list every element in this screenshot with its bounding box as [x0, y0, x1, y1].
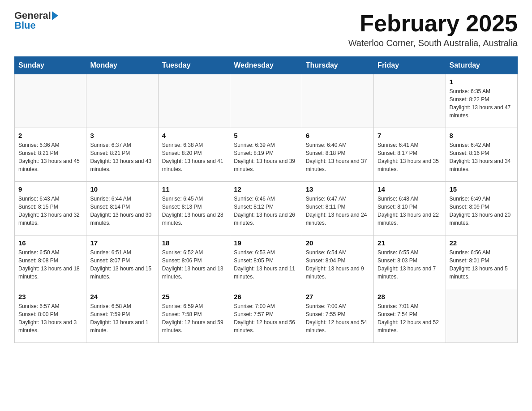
subtitle: Waterloo Corner, South Australia, Austra… — [348, 38, 518, 48]
day-info: Sunrise: 6:53 AM Sunset: 8:05 PM Dayligh… — [234, 248, 298, 281]
day-info: Sunrise: 6:58 AM Sunset: 7:59 PM Dayligh… — [90, 302, 154, 334]
calendar-cell: 23Sunrise: 6:57 AM Sunset: 8:00 PM Dayli… — [15, 289, 86, 343]
day-info: Sunrise: 6:37 AM Sunset: 8:21 PM Dayligh… — [90, 141, 154, 173]
day-info: Sunrise: 6:42 AM Sunset: 8:16 PM Dayligh… — [450, 141, 514, 173]
weekday-header-friday: Friday — [374, 57, 446, 74]
weekday-header-saturday: Saturday — [446, 57, 517, 74]
day-info: Sunrise: 6:59 AM Sunset: 7:58 PM Dayligh… — [162, 302, 226, 334]
weekday-header-thursday: Thursday — [302, 57, 373, 74]
day-number: 14 — [378, 185, 442, 193]
calendar-cell: 10Sunrise: 6:44 AM Sunset: 8:14 PM Dayli… — [86, 182, 158, 235]
weekday-header-sunday: Sunday — [15, 57, 86, 74]
day-number: 22 — [450, 239, 514, 247]
day-number: 19 — [234, 239, 298, 247]
calendar-cell: 20Sunrise: 6:54 AM Sunset: 8:04 PM Dayli… — [302, 235, 373, 289]
calendar-cell — [86, 74, 158, 128]
calendar-cell — [230, 74, 302, 128]
calendar-cell: 16Sunrise: 6:50 AM Sunset: 8:08 PM Dayli… — [15, 235, 86, 289]
day-number: 18 — [162, 239, 226, 247]
day-number: 9 — [18, 185, 82, 193]
day-number: 24 — [90, 293, 154, 300]
logo-arrow-icon — [52, 11, 58, 20]
weekday-header-wednesday: Wednesday — [230, 57, 302, 74]
day-number: 5 — [234, 132, 298, 139]
day-info: Sunrise: 6:35 AM Sunset: 8:22 PM Dayligh… — [450, 87, 514, 120]
calendar-cell: 1Sunrise: 6:35 AM Sunset: 8:22 PM Daylig… — [446, 74, 517, 128]
day-number: 7 — [378, 132, 442, 139]
calendar-cell: 2Sunrise: 6:36 AM Sunset: 8:21 PM Daylig… — [15, 128, 86, 182]
day-number: 2 — [18, 132, 82, 139]
calendar-cell — [374, 74, 446, 128]
week-row-5: 23Sunrise: 6:57 AM Sunset: 8:00 PM Dayli… — [15, 289, 518, 343]
day-info: Sunrise: 6:57 AM Sunset: 8:00 PM Dayligh… — [18, 302, 82, 334]
day-number: 10 — [90, 185, 154, 193]
day-info: Sunrise: 6:45 AM Sunset: 8:13 PM Dayligh… — [162, 195, 226, 227]
day-number: 11 — [162, 185, 226, 193]
day-number: 26 — [234, 293, 298, 300]
day-number: 16 — [18, 239, 82, 247]
day-info: Sunrise: 6:52 AM Sunset: 8:06 PM Dayligh… — [162, 248, 226, 281]
day-info: Sunrise: 6:38 AM Sunset: 8:20 PM Dayligh… — [162, 141, 226, 173]
calendar-cell: 7Sunrise: 6:41 AM Sunset: 8:17 PM Daylig… — [374, 128, 446, 182]
calendar-cell: 17Sunrise: 6:51 AM Sunset: 8:07 PM Dayli… — [86, 235, 158, 289]
week-row-3: 9Sunrise: 6:43 AM Sunset: 8:15 PM Daylig… — [15, 182, 518, 235]
day-number: 1 — [450, 78, 514, 86]
calendar-cell — [446, 289, 517, 343]
day-number: 12 — [234, 185, 298, 193]
day-info: Sunrise: 7:00 AM Sunset: 7:55 PM Dayligh… — [306, 302, 370, 334]
day-info: Sunrise: 6:50 AM Sunset: 8:08 PM Dayligh… — [18, 248, 82, 281]
calendar-cell: 4Sunrise: 6:38 AM Sunset: 8:20 PM Daylig… — [158, 128, 230, 182]
day-info: Sunrise: 7:00 AM Sunset: 7:57 PM Dayligh… — [234, 302, 298, 334]
day-number: 4 — [162, 132, 226, 139]
header: General Blue February 2025 Waterloo Corn… — [14, 11, 518, 48]
day-number: 25 — [162, 293, 226, 300]
logo-blue: Blue — [14, 21, 36, 30]
calendar-cell: 9Sunrise: 6:43 AM Sunset: 8:15 PM Daylig… — [15, 182, 86, 235]
calendar-cell: 25Sunrise: 6:59 AM Sunset: 7:58 PM Dayli… — [158, 289, 230, 343]
calendar-cell: 15Sunrise: 6:49 AM Sunset: 8:09 PM Dayli… — [446, 182, 517, 235]
day-info: Sunrise: 6:56 AM Sunset: 8:01 PM Dayligh… — [450, 248, 514, 281]
calendar-cell: 3Sunrise: 6:37 AM Sunset: 8:21 PM Daylig… — [86, 128, 158, 182]
calendar-cell: 6Sunrise: 6:40 AM Sunset: 8:18 PM Daylig… — [302, 128, 373, 182]
day-info: Sunrise: 6:51 AM Sunset: 8:07 PM Dayligh… — [90, 248, 154, 281]
weekday-header-tuesday: Tuesday — [158, 57, 230, 74]
logo: General Blue — [14, 11, 58, 30]
day-info: Sunrise: 6:41 AM Sunset: 8:17 PM Dayligh… — [378, 141, 442, 173]
calendar-table: SundayMondayTuesdayWednesdayThursdayFrid… — [14, 56, 518, 343]
page-title: February 2025 — [348, 11, 518, 36]
calendar-cell: 28Sunrise: 7:01 AM Sunset: 7:54 PM Dayli… — [374, 289, 446, 343]
calendar-cell: 24Sunrise: 6:58 AM Sunset: 7:59 PM Dayli… — [86, 289, 158, 343]
day-number: 23 — [18, 293, 82, 300]
calendar-cell: 13Sunrise: 6:47 AM Sunset: 8:11 PM Dayli… — [302, 182, 373, 235]
day-number: 28 — [378, 293, 442, 300]
calendar-cell — [15, 74, 86, 128]
day-info: Sunrise: 7:01 AM Sunset: 7:54 PM Dayligh… — [378, 302, 442, 334]
logo-general: General — [14, 11, 51, 21]
calendar-cell: 19Sunrise: 6:53 AM Sunset: 8:05 PM Dayli… — [230, 235, 302, 289]
day-info: Sunrise: 6:40 AM Sunset: 8:18 PM Dayligh… — [306, 141, 370, 173]
weekday-header-row: SundayMondayTuesdayWednesdayThursdayFrid… — [15, 57, 518, 74]
day-info: Sunrise: 6:55 AM Sunset: 8:03 PM Dayligh… — [378, 248, 442, 281]
day-number: 13 — [306, 185, 370, 193]
day-info: Sunrise: 6:46 AM Sunset: 8:12 PM Dayligh… — [234, 195, 298, 227]
week-row-1: 1Sunrise: 6:35 AM Sunset: 8:22 PM Daylig… — [15, 74, 518, 128]
day-number: 17 — [90, 239, 154, 247]
calendar-cell: 18Sunrise: 6:52 AM Sunset: 8:06 PM Dayli… — [158, 235, 230, 289]
title-area: February 2025 Waterloo Corner, South Aus… — [348, 11, 518, 48]
day-info: Sunrise: 6:39 AM Sunset: 8:19 PM Dayligh… — [234, 141, 298, 173]
day-number: 8 — [450, 132, 514, 139]
calendar-cell: 26Sunrise: 7:00 AM Sunset: 7:57 PM Dayli… — [230, 289, 302, 343]
calendar-cell: 22Sunrise: 6:56 AM Sunset: 8:01 PM Dayli… — [446, 235, 517, 289]
calendar-cell: 21Sunrise: 6:55 AM Sunset: 8:03 PM Dayli… — [374, 235, 446, 289]
day-number: 27 — [306, 293, 370, 300]
weekday-header-monday: Monday — [86, 57, 158, 74]
day-info: Sunrise: 6:44 AM Sunset: 8:14 PM Dayligh… — [90, 195, 154, 227]
day-number: 6 — [306, 132, 370, 139]
day-info: Sunrise: 6:54 AM Sunset: 8:04 PM Dayligh… — [306, 248, 370, 281]
calendar-cell — [302, 74, 373, 128]
day-info: Sunrise: 6:47 AM Sunset: 8:11 PM Dayligh… — [306, 195, 370, 227]
day-info: Sunrise: 6:49 AM Sunset: 8:09 PM Dayligh… — [450, 195, 514, 227]
day-info: Sunrise: 6:43 AM Sunset: 8:15 PM Dayligh… — [18, 195, 82, 227]
calendar-cell: 8Sunrise: 6:42 AM Sunset: 8:16 PM Daylig… — [446, 128, 517, 182]
calendar-cell: 11Sunrise: 6:45 AM Sunset: 8:13 PM Dayli… — [158, 182, 230, 235]
